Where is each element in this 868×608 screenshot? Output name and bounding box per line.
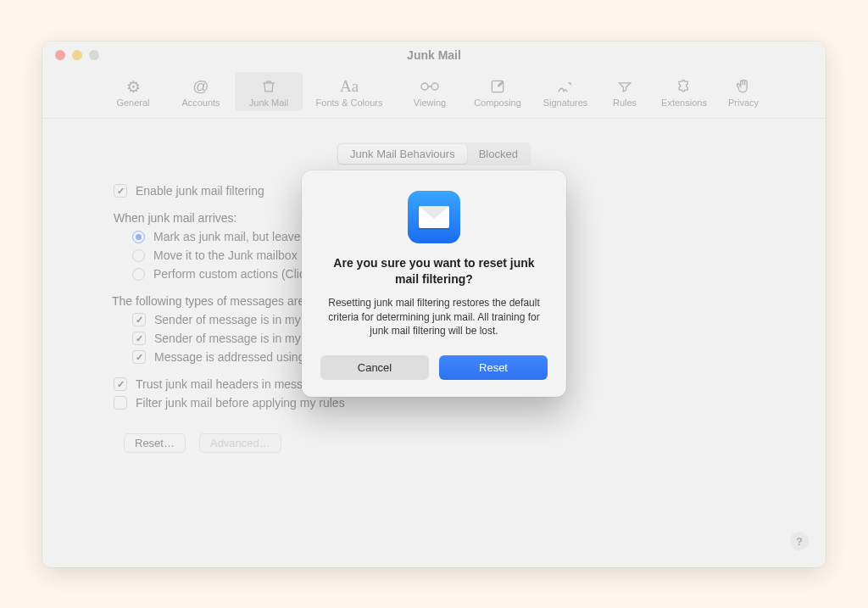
toolbar-fonts-colours[interactable]: Aa Fonts & Colours (303, 72, 396, 111)
toolbar-junk-mail[interactable]: Junk Mail (235, 72, 303, 111)
checkbox-exempt-fullname[interactable] (132, 350, 146, 364)
advanced-button: Advanced… (199, 433, 281, 453)
help-button[interactable]: ? (790, 532, 809, 550)
svg-point-0 (421, 83, 428, 90)
tab-blocked[interactable]: Blocked (467, 144, 530, 164)
svg-point-1 (431, 83, 438, 90)
reset-button[interactable]: Reset… (124, 433, 186, 453)
compose-icon (465, 77, 530, 96)
glasses-icon (398, 77, 462, 96)
envelope-icon (419, 206, 449, 228)
radio-custom-actions[interactable] (132, 268, 145, 281)
toolbar-fonts-colours-label: Fonts & Colours (304, 98, 394, 108)
checkbox-enable-filtering[interactable] (114, 184, 127, 198)
radio-mark-junk[interactable] (132, 231, 145, 243)
preferences-window: Junk Mail ⚙︎ General @ Accounts Junk Mai… (42, 42, 826, 567)
toolbar-extensions-label: Extensions (652, 98, 716, 108)
window-traffic-lights (55, 50, 99, 60)
mail-app-icon (408, 191, 460, 243)
checkbox-exempt-contacts[interactable] (132, 313, 146, 326)
toolbar-privacy-label: Privacy (720, 98, 767, 108)
zoom-window-button[interactable] (89, 50, 99, 60)
tab-behaviours[interactable]: Junk Mail Behaviours (338, 144, 467, 164)
cancel-button[interactable]: Cancel (320, 355, 429, 380)
toolbar-rules-label: Rules (601, 98, 648, 108)
toolbar-signatures-label: Signatures (533, 98, 598, 108)
label-enable-filtering: Enable junk mail filtering (136, 184, 264, 198)
dialog-message: Resetting junk mail filtering restores t… (320, 296, 548, 338)
checkbox-exempt-prev-recipients[interactable] (132, 332, 146, 345)
toolbar-viewing-label: Viewing (398, 98, 462, 108)
toolbar-junk-mail-label: Junk Mail (236, 98, 301, 108)
close-window-button[interactable] (55, 50, 65, 60)
label-trust-headers: Trust junk mail headers in messages (136, 377, 328, 391)
puzzle-icon (652, 77, 716, 96)
font-icon: Aa (304, 77, 394, 96)
reset-confirm-dialog: Are you sure you want to reset junk mail… (302, 170, 566, 397)
dialog-title: Are you sure you want to reset junk mail… (320, 255, 548, 287)
trash-icon (236, 77, 301, 96)
segmented-control: Junk Mail Behaviours Blocked (63, 142, 805, 165)
toolbar-extensions[interactable]: Extensions (650, 72, 718, 111)
rules-icon (601, 77, 648, 96)
radio-move-junk[interactable] (132, 249, 145, 262)
toolbar-general-label: General (101, 98, 165, 108)
checkbox-filter-before-rules[interactable] (114, 396, 127, 410)
toolbar-rules[interactable]: Rules (599, 72, 650, 111)
signature-icon (533, 77, 598, 96)
preferences-toolbar: ⚙︎ General @ Accounts Junk Mail Aa Fonts… (42, 69, 826, 119)
toolbar-accounts-label: Accounts (169, 98, 233, 108)
label-move-junk: Move it to the Junk mailbox (153, 248, 298, 262)
minimize-window-button[interactable] (72, 50, 82, 60)
titlebar: Junk Mail (42, 42, 826, 69)
confirm-reset-button[interactable]: Reset (439, 355, 548, 380)
window-title: Junk Mail (407, 48, 461, 62)
checkbox-trust-headers[interactable] (114, 377, 127, 391)
hand-icon (720, 77, 767, 96)
toolbar-composing-label: Composing (465, 98, 530, 108)
toolbar-composing[interactable]: Composing (464, 72, 531, 111)
gear-icon: ⚙︎ (101, 77, 165, 96)
toolbar-accounts[interactable]: @ Accounts (167, 72, 235, 111)
at-icon: @ (169, 77, 233, 96)
toolbar-privacy[interactable]: Privacy (718, 72, 769, 111)
toolbar-viewing[interactable]: Viewing (396, 72, 464, 111)
toolbar-general[interactable]: ⚙︎ General (99, 72, 167, 111)
label-filter-before-rules: Filter junk mail before applying my rule… (136, 396, 345, 410)
toolbar-signatures[interactable]: Signatures (531, 72, 599, 111)
